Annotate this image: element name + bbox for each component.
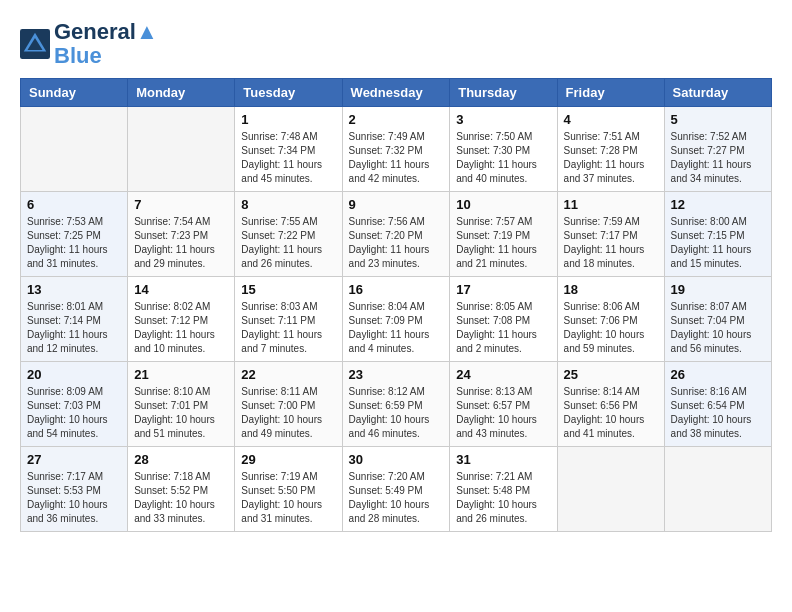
sunrise-time: Sunrise: 8:10 AM: [134, 386, 210, 397]
sunrise-time: Sunrise: 7:20 AM: [349, 471, 425, 482]
sunrise-time: Sunrise: 8:09 AM: [27, 386, 103, 397]
daylight-hours: Daylight: 11 hours and 18 minutes.: [564, 244, 645, 269]
day-info: Sunrise: 7:18 AMSunset: 5:52 PMDaylight:…: [134, 470, 228, 526]
day-number: 18: [564, 282, 658, 297]
day-info: Sunrise: 8:11 AMSunset: 7:00 PMDaylight:…: [241, 385, 335, 441]
day-number: 24: [456, 367, 550, 382]
weekday-header-saturday: Saturday: [664, 79, 771, 107]
sunset-time: Sunset: 7:22 PM: [241, 230, 315, 241]
calendar-week-5: 27Sunrise: 7:17 AMSunset: 5:53 PMDayligh…: [21, 447, 772, 532]
day-info: Sunrise: 8:10 AMSunset: 7:01 PMDaylight:…: [134, 385, 228, 441]
sunset-time: Sunset: 7:25 PM: [27, 230, 101, 241]
sunset-time: Sunset: 7:32 PM: [349, 145, 423, 156]
day-info: Sunrise: 7:57 AMSunset: 7:19 PMDaylight:…: [456, 215, 550, 271]
sunrise-time: Sunrise: 7:17 AM: [27, 471, 103, 482]
sunset-time: Sunset: 7:20 PM: [349, 230, 423, 241]
day-number: 25: [564, 367, 658, 382]
calendar-cell: 18Sunrise: 8:06 AMSunset: 7:06 PMDayligh…: [557, 277, 664, 362]
sunset-time: Sunset: 7:34 PM: [241, 145, 315, 156]
calendar-cell: 8Sunrise: 7:55 AMSunset: 7:22 PMDaylight…: [235, 192, 342, 277]
day-number: 2: [349, 112, 444, 127]
day-number: 20: [27, 367, 121, 382]
calendar-cell: 12Sunrise: 8:00 AMSunset: 7:15 PMDayligh…: [664, 192, 771, 277]
calendar-cell: 30Sunrise: 7:20 AMSunset: 5:49 PMDayligh…: [342, 447, 450, 532]
weekday-header-friday: Friday: [557, 79, 664, 107]
sunset-time: Sunset: 5:49 PM: [349, 485, 423, 496]
sunrise-time: Sunrise: 8:00 AM: [671, 216, 747, 227]
calendar-week-4: 20Sunrise: 8:09 AMSunset: 7:03 PMDayligh…: [21, 362, 772, 447]
day-number: 7: [134, 197, 228, 212]
daylight-hours: Daylight: 11 hours and 45 minutes.: [241, 159, 322, 184]
day-info: Sunrise: 7:56 AMSunset: 7:20 PMDaylight:…: [349, 215, 444, 271]
day-number: 17: [456, 282, 550, 297]
calendar-cell: 5Sunrise: 7:52 AMSunset: 7:27 PMDaylight…: [664, 107, 771, 192]
day-number: 28: [134, 452, 228, 467]
calendar-cell: 28Sunrise: 7:18 AMSunset: 5:52 PMDayligh…: [128, 447, 235, 532]
calendar-cell: 22Sunrise: 8:11 AMSunset: 7:00 PMDayligh…: [235, 362, 342, 447]
daylight-hours: Daylight: 11 hours and 31 minutes.: [27, 244, 108, 269]
daylight-hours: Daylight: 10 hours and 56 minutes.: [671, 329, 752, 354]
day-info: Sunrise: 8:01 AMSunset: 7:14 PMDaylight:…: [27, 300, 121, 356]
daylight-hours: Daylight: 11 hours and 4 minutes.: [349, 329, 430, 354]
calendar-cell: 23Sunrise: 8:12 AMSunset: 6:59 PMDayligh…: [342, 362, 450, 447]
day-number: 12: [671, 197, 765, 212]
calendar-cell: 6Sunrise: 7:53 AMSunset: 7:25 PMDaylight…: [21, 192, 128, 277]
sunrise-time: Sunrise: 8:11 AM: [241, 386, 317, 397]
day-number: 29: [241, 452, 335, 467]
daylight-hours: Daylight: 11 hours and 37 minutes.: [564, 159, 645, 184]
sunset-time: Sunset: 5:52 PM: [134, 485, 208, 496]
calendar-cell: 17Sunrise: 8:05 AMSunset: 7:08 PMDayligh…: [450, 277, 557, 362]
sunrise-time: Sunrise: 7:49 AM: [349, 131, 425, 142]
daylight-hours: Daylight: 11 hours and 26 minutes.: [241, 244, 322, 269]
day-number: 27: [27, 452, 121, 467]
day-info: Sunrise: 8:14 AMSunset: 6:56 PMDaylight:…: [564, 385, 658, 441]
calendar-cell: 21Sunrise: 8:10 AMSunset: 7:01 PMDayligh…: [128, 362, 235, 447]
daylight-hours: Daylight: 10 hours and 31 minutes.: [241, 499, 322, 524]
sunset-time: Sunset: 7:17 PM: [564, 230, 638, 241]
calendar-cell: 2Sunrise: 7:49 AMSunset: 7:32 PMDaylight…: [342, 107, 450, 192]
day-info: Sunrise: 8:04 AMSunset: 7:09 PMDaylight:…: [349, 300, 444, 356]
sunset-time: Sunset: 7:08 PM: [456, 315, 530, 326]
calendar-cell: 4Sunrise: 7:51 AMSunset: 7:28 PMDaylight…: [557, 107, 664, 192]
daylight-hours: Daylight: 10 hours and 41 minutes.: [564, 414, 645, 439]
sunset-time: Sunset: 5:53 PM: [27, 485, 101, 496]
calendar-cell: [664, 447, 771, 532]
sunset-time: Sunset: 7:23 PM: [134, 230, 208, 241]
day-info: Sunrise: 7:19 AMSunset: 5:50 PMDaylight:…: [241, 470, 335, 526]
day-info: Sunrise: 8:03 AMSunset: 7:11 PMDaylight:…: [241, 300, 335, 356]
calendar-cell: 10Sunrise: 7:57 AMSunset: 7:19 PMDayligh…: [450, 192, 557, 277]
daylight-hours: Daylight: 11 hours and 10 minutes.: [134, 329, 215, 354]
sunset-time: Sunset: 7:30 PM: [456, 145, 530, 156]
sunset-time: Sunset: 6:59 PM: [349, 400, 423, 411]
daylight-hours: Daylight: 10 hours and 49 minutes.: [241, 414, 322, 439]
logo-text: General▲ Blue: [54, 20, 158, 68]
daylight-hours: Daylight: 10 hours and 33 minutes.: [134, 499, 215, 524]
daylight-hours: Daylight: 11 hours and 34 minutes.: [671, 159, 752, 184]
sunrise-time: Sunrise: 7:52 AM: [671, 131, 747, 142]
day-info: Sunrise: 7:49 AMSunset: 7:32 PMDaylight:…: [349, 130, 444, 186]
sunset-time: Sunset: 7:12 PM: [134, 315, 208, 326]
calendar-cell: 31Sunrise: 7:21 AMSunset: 5:48 PMDayligh…: [450, 447, 557, 532]
daylight-hours: Daylight: 11 hours and 21 minutes.: [456, 244, 537, 269]
logo-icon: [20, 29, 50, 59]
day-number: 22: [241, 367, 335, 382]
sunrise-time: Sunrise: 8:05 AM: [456, 301, 532, 312]
day-info: Sunrise: 7:59 AMSunset: 7:17 PMDaylight:…: [564, 215, 658, 271]
daylight-hours: Daylight: 11 hours and 7 minutes.: [241, 329, 322, 354]
day-info: Sunrise: 7:51 AMSunset: 7:28 PMDaylight:…: [564, 130, 658, 186]
sunrise-time: Sunrise: 8:14 AM: [564, 386, 640, 397]
calendar-cell: 15Sunrise: 8:03 AMSunset: 7:11 PMDayligh…: [235, 277, 342, 362]
day-info: Sunrise: 7:54 AMSunset: 7:23 PMDaylight:…: [134, 215, 228, 271]
calendar-cell: 16Sunrise: 8:04 AMSunset: 7:09 PMDayligh…: [342, 277, 450, 362]
sunset-time: Sunset: 6:54 PM: [671, 400, 745, 411]
calendar-cell: [557, 447, 664, 532]
calendar-cell: 3Sunrise: 7:50 AMSunset: 7:30 PMDaylight…: [450, 107, 557, 192]
sunrise-time: Sunrise: 7:59 AM: [564, 216, 640, 227]
day-info: Sunrise: 8:13 AMSunset: 6:57 PMDaylight:…: [456, 385, 550, 441]
daylight-hours: Daylight: 10 hours and 54 minutes.: [27, 414, 108, 439]
sunrise-time: Sunrise: 8:01 AM: [27, 301, 103, 312]
day-number: 16: [349, 282, 444, 297]
day-info: Sunrise: 8:16 AMSunset: 6:54 PMDaylight:…: [671, 385, 765, 441]
day-info: Sunrise: 8:06 AMSunset: 7:06 PMDaylight:…: [564, 300, 658, 356]
day-number: 13: [27, 282, 121, 297]
